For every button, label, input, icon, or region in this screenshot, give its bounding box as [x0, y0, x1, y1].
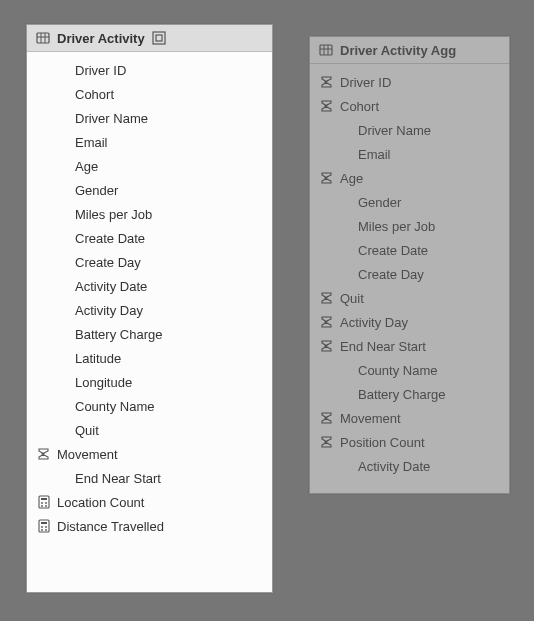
- field-row[interactable]: Cohort: [310, 94, 509, 118]
- field-row[interactable]: Miles per Job: [27, 202, 272, 226]
- field-label: Create Day: [354, 267, 424, 282]
- field-label: End Near Start: [71, 471, 161, 486]
- sigma-icon: [318, 315, 336, 329]
- field-row[interactable]: County Name: [310, 358, 509, 382]
- field-label: Age: [336, 171, 363, 186]
- sigma-icon: [318, 339, 336, 353]
- field-row[interactable]: Longitude: [27, 370, 272, 394]
- panel-driver-activity[interactable]: Driver ActivityDriver IDCohortDriver Nam…: [26, 24, 273, 593]
- sigma-icon: [318, 411, 336, 425]
- field-label: Quit: [336, 291, 364, 306]
- field-row[interactable]: Position Count: [310, 430, 509, 454]
- field-label: Battery Charge: [354, 387, 445, 402]
- field-label: Activity Date: [354, 459, 430, 474]
- field-row[interactable]: Driver Name: [310, 118, 509, 142]
- field-label: Longitude: [71, 375, 132, 390]
- field-label: Activity Date: [71, 279, 147, 294]
- field-row[interactable]: Email: [27, 130, 272, 154]
- field-row[interactable]: End Near Start: [27, 466, 272, 490]
- field-label: Driver ID: [71, 63, 126, 78]
- field-label: Email: [71, 135, 108, 150]
- field-label: Quit: [71, 423, 99, 438]
- panel-title: Driver Activity Agg: [340, 43, 456, 58]
- field-label: Distance Travelled: [53, 519, 164, 534]
- field-row[interactable]: Create Day: [27, 250, 272, 274]
- field-label: Driver ID: [336, 75, 391, 90]
- field-row[interactable]: Gender: [27, 178, 272, 202]
- field-row[interactable]: Driver ID: [310, 70, 509, 94]
- field-label: Age: [71, 159, 98, 174]
- field-label: Create Date: [354, 243, 428, 258]
- panel-title: Driver Activity: [57, 31, 145, 46]
- field-label: Position Count: [336, 435, 425, 450]
- panel-header-driver-activity-agg[interactable]: Driver Activity Agg: [310, 37, 509, 64]
- field-label: Location Count: [53, 495, 144, 510]
- field-row[interactable]: Activity Date: [310, 454, 509, 478]
- table-icon: [318, 42, 334, 58]
- field-row[interactable]: End Near Start: [310, 334, 509, 358]
- field-label: Latitude: [71, 351, 121, 366]
- field-row[interactable]: Latitude: [27, 346, 272, 370]
- field-label: Driver Name: [71, 111, 148, 126]
- field-label: Driver Name: [354, 123, 431, 138]
- field-row[interactable]: Quit: [27, 418, 272, 442]
- panel-body: Driver IDCohortDriver NameEmailAgeGender…: [310, 64, 509, 488]
- sigma-icon: [318, 75, 336, 89]
- field-row[interactable]: Driver ID: [27, 58, 272, 82]
- sigma-icon: [35, 447, 53, 461]
- field-label: Email: [354, 147, 391, 162]
- field-row[interactable]: Location Count: [27, 490, 272, 514]
- panel-body: Driver IDCohortDriver NameEmailAgeGender…: [27, 52, 272, 548]
- field-row[interactable]: Driver Name: [27, 106, 272, 130]
- field-row[interactable]: Activity Day: [310, 310, 509, 334]
- field-label: Miles per Job: [354, 219, 435, 234]
- sigma-icon: [318, 99, 336, 113]
- field-label: County Name: [71, 399, 154, 414]
- table-icon: [35, 30, 51, 46]
- field-row[interactable]: Distance Travelled: [27, 514, 272, 538]
- field-row[interactable]: Quit: [310, 286, 509, 310]
- field-row[interactable]: Gender: [310, 190, 509, 214]
- panel-header-driver-activity[interactable]: Driver Activity: [27, 25, 272, 52]
- field-label: Movement: [336, 411, 401, 426]
- field-label: Gender: [354, 195, 401, 210]
- calc-icon: [35, 495, 53, 509]
- field-row[interactable]: Activity Day: [27, 298, 272, 322]
- field-label: Activity Day: [71, 303, 143, 318]
- layout-icon: [151, 30, 167, 46]
- field-label: End Near Start: [336, 339, 426, 354]
- panel-driver-activity-agg[interactable]: Driver Activity AggDriver IDCohortDriver…: [309, 36, 510, 494]
- field-label: Create Date: [71, 231, 145, 246]
- field-label: Movement: [53, 447, 118, 462]
- field-label: Activity Day: [336, 315, 408, 330]
- field-label: Create Day: [71, 255, 141, 270]
- field-row[interactable]: Create Date: [27, 226, 272, 250]
- field-row[interactable]: Movement: [27, 442, 272, 466]
- field-row[interactable]: Create Date: [310, 238, 509, 262]
- calc-icon: [35, 519, 53, 533]
- field-row[interactable]: Movement: [310, 406, 509, 430]
- field-label: Miles per Job: [71, 207, 152, 222]
- field-row[interactable]: Battery Charge: [310, 382, 509, 406]
- field-row[interactable]: County Name: [27, 394, 272, 418]
- field-label: Gender: [71, 183, 118, 198]
- field-row[interactable]: Age: [27, 154, 272, 178]
- field-label: Battery Charge: [71, 327, 162, 342]
- field-label: Cohort: [71, 87, 114, 102]
- field-row[interactable]: Age: [310, 166, 509, 190]
- sigma-icon: [318, 171, 336, 185]
- field-row[interactable]: Miles per Job: [310, 214, 509, 238]
- field-row[interactable]: Battery Charge: [27, 322, 272, 346]
- field-row[interactable]: Email: [310, 142, 509, 166]
- sigma-icon: [318, 291, 336, 305]
- field-row[interactable]: Create Day: [310, 262, 509, 286]
- field-label: Cohort: [336, 99, 379, 114]
- field-row[interactable]: Activity Date: [27, 274, 272, 298]
- sigma-icon: [318, 435, 336, 449]
- field-label: County Name: [354, 363, 437, 378]
- field-row[interactable]: Cohort: [27, 82, 272, 106]
